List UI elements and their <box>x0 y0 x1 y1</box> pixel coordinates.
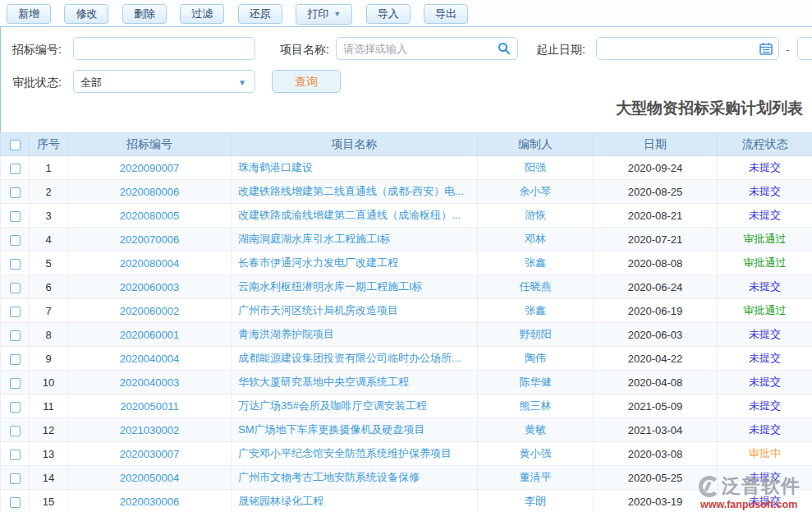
row-checkbox[interactable] <box>10 164 21 174</box>
compiler-link[interactable]: 黄小强 <box>520 447 552 459</box>
row-compiler-cell: 黄敏 <box>478 418 594 442</box>
row-checkbox[interactable] <box>10 235 21 246</box>
bid-no-label: 招标编号: <box>12 43 62 58</box>
project-link[interactable]: 改建铁路成渝线增建第二直通线（成渝枢纽）... <box>238 209 461 221</box>
row-seq: 2 <box>30 180 68 204</box>
project-link[interactable]: 万达广场35#会所及咖啡厅空调安装工程 <box>238 399 427 412</box>
project-link[interactable]: 广州市天河区统计局机房改造项目 <box>238 304 398 316</box>
export-button[interactable]: 导出 <box>424 4 468 24</box>
compiler-link[interactable]: 野朝阳 <box>520 328 552 340</box>
row-seq: 14 <box>30 466 68 490</box>
compiler-link[interactable]: 陶伟 <box>525 352 546 364</box>
project-link[interactable]: 改建铁路线增建第二线直通线（成都-西安）电... <box>238 185 464 197</box>
compiler-link[interactable]: 黄敏 <box>525 423 546 436</box>
compiler-link[interactable]: 董清平 <box>520 471 552 483</box>
project-link[interactable]: 广安邓小平纪念馆安全防范系统维护保养项目 <box>238 447 452 459</box>
edit-button[interactable]: 修改 <box>64 4 108 24</box>
row-select-cell <box>1 418 30 442</box>
project-link[interactable]: 云南水利枢纽潜明水库一期工程施工I标 <box>238 280 423 293</box>
row-bid-no-cell: 2021030002 <box>68 418 232 442</box>
row-bid-no-cell: 2020080004 <box>68 251 232 275</box>
row-checkbox[interactable] <box>10 450 21 460</box>
bid-no-link[interactable]: 2020060003 <box>120 281 179 293</box>
row-checkbox[interactable] <box>10 211 21 222</box>
compiler-link[interactable]: 张鑫 <box>525 256 546 269</box>
compiler-link[interactable]: 阳强 <box>525 161 546 173</box>
row-checkbox[interactable] <box>10 473 21 484</box>
project-link[interactable]: 成都能源建设集团投资有限公司临时办公场所... <box>238 352 461 364</box>
bid-no-link[interactable]: 2020050011 <box>120 400 178 413</box>
compiler-link[interactable]: 余小琴 <box>520 185 552 197</box>
row-checkbox[interactable] <box>10 426 21 436</box>
project-link[interactable]: 广州市文物考古工地安防系统设备保修 <box>238 471 420 483</box>
compiler-link[interactable]: 熊三林 <box>520 399 552 412</box>
row-project-cell: 云南水利枢纽潜明水库一期工程施工I标 <box>232 275 478 299</box>
table-row: 13 2020030007 广安邓小平纪念馆安全防范系统维护保养项目 黄小强 2… <box>1 442 812 466</box>
row-date: 2020-06-19 <box>594 299 718 323</box>
project-link[interactable]: 湖南洞庭湖水库引水工程施工I标 <box>238 233 391 245</box>
date-from-input[interactable] <box>596 37 779 60</box>
compiler-link[interactable]: 游恢 <box>525 209 546 221</box>
row-project-cell: 湖南洞庭湖水库引水工程施工I标 <box>232 228 478 251</box>
row-checkbox[interactable] <box>10 259 21 270</box>
row-compiler-cell: 游恢 <box>478 204 594 228</box>
bid-no-link[interactable]: 2020090007 <box>120 162 179 174</box>
compiler-link[interactable]: 任晓燕 <box>520 280 552 293</box>
row-date: 2020-08-25 <box>594 180 718 204</box>
compiler-link[interactable]: 陈华健 <box>520 376 552 388</box>
bid-no-link[interactable]: 2020080006 <box>120 186 179 198</box>
bid-no-link[interactable]: 2020070006 <box>120 233 179 246</box>
delete-button[interactable]: 删除 <box>122 4 167 24</box>
project-link[interactable]: SM广场地下车库更换摄像机及硬盘项目 <box>238 423 425 436</box>
row-checkbox[interactable] <box>10 497 21 508</box>
row-checkbox[interactable] <box>10 330 21 341</box>
project-name-input[interactable] <box>336 37 518 60</box>
project-link[interactable]: 华软大厦研究基地中央空调系统工程 <box>238 376 409 388</box>
row-checkbox[interactable] <box>10 378 21 389</box>
project-link[interactable]: 晟铭园林绿化工程 <box>238 495 323 507</box>
filter-button[interactable]: 过滤 <box>180 4 224 24</box>
row-project-cell: 长春市伊通河水力发电厂改建工程 <box>232 251 478 275</box>
row-date: 2020-07-21 <box>594 228 718 251</box>
row-seq: 9 <box>30 347 68 371</box>
compiler-link[interactable]: 邓林 <box>525 233 546 245</box>
bid-no-link[interactable]: 2020080005 <box>120 210 179 222</box>
compiler-link[interactable]: 李朗 <box>525 495 546 507</box>
bid-no-link[interactable]: 2020030006 <box>120 496 179 508</box>
bid-no-link[interactable]: 2020080004 <box>120 257 179 270</box>
bid-no-input[interactable] <box>73 37 255 60</box>
bid-no-link[interactable]: 2020030007 <box>120 448 179 460</box>
row-date: 2021-03-04 <box>594 418 718 442</box>
add-button[interactable]: 新增 <box>7 4 51 24</box>
row-checkbox[interactable] <box>10 307 21 317</box>
row-select-cell <box>1 371 30 394</box>
row-seq: 8 <box>30 323 68 347</box>
restore-button[interactable]: 还原 <box>238 4 282 24</box>
bid-no-link[interactable]: 2020060001 <box>120 329 179 341</box>
row-project-cell: 青海洪湖养护院项目 <box>232 323 478 347</box>
row-checkbox[interactable] <box>10 187 21 198</box>
bid-no-link[interactable]: 2020040004 <box>120 353 179 365</box>
approval-status-select[interactable]: 全部 ▼ <box>73 70 255 93</box>
query-button[interactable]: 查询 <box>272 70 341 93</box>
row-compiler-cell: 陶伟 <box>478 347 594 371</box>
import-button[interactable]: 导入 <box>366 4 411 24</box>
project-link[interactable]: 长春市伊通河水力发电厂改建工程 <box>238 256 398 269</box>
calendar-icon[interactable] <box>759 42 773 55</box>
bid-no-link[interactable]: 2020060002 <box>120 305 179 317</box>
row-compiler-cell: 野朝阳 <box>478 323 594 347</box>
row-status: 未提交 <box>718 394 812 418</box>
row-checkbox[interactable] <box>10 402 21 413</box>
bid-no-link[interactable]: 2020050004 <box>120 472 179 484</box>
bid-no-link[interactable]: 2021030002 <box>120 424 179 436</box>
select-all-checkbox[interactable] <box>10 140 21 150</box>
project-link[interactable]: 青海洪湖养护院项目 <box>238 328 334 340</box>
search-icon[interactable] <box>498 42 511 55</box>
date-to-input[interactable] <box>797 37 812 60</box>
print-button[interactable]: 打印▼ <box>296 4 352 25</box>
row-checkbox[interactable] <box>10 283 21 293</box>
compiler-link[interactable]: 张鑫 <box>525 304 546 316</box>
bid-no-link[interactable]: 2020040003 <box>120 376 179 389</box>
project-link[interactable]: 珠海鹤港口建设 <box>238 161 313 173</box>
row-checkbox[interactable] <box>10 354 21 365</box>
